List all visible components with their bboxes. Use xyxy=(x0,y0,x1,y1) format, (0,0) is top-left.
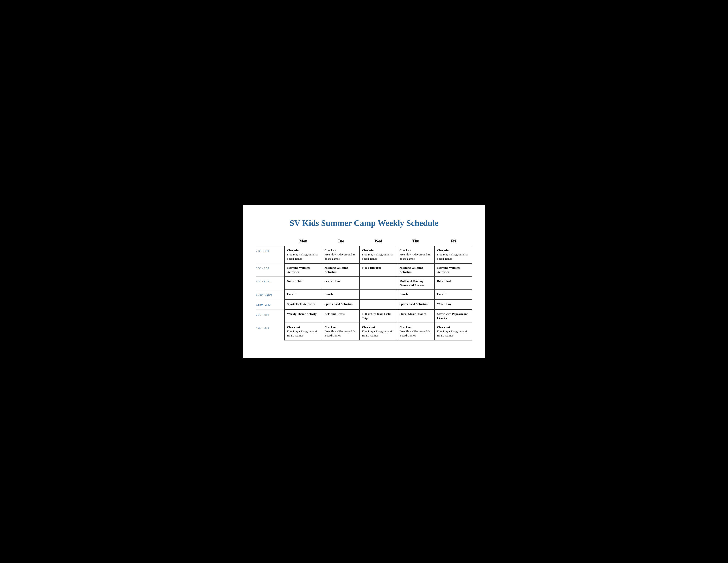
cell-bold-1-2: 9:00 Field Trip xyxy=(362,266,395,270)
cell-bold-0-3: Check-in xyxy=(400,248,432,252)
cell-6-2: Check outFree Play - Playground & Board … xyxy=(360,323,397,340)
cell-bold-6-4: Check out xyxy=(437,325,470,330)
cell-normal-6-1: Free Play - Playground & Board Games xyxy=(325,330,355,337)
slot-row-5: 2:30 - 4:30Weekly Theme ActivityArts and… xyxy=(256,310,472,323)
cell-1-4: Morning Welcome Activities xyxy=(435,263,472,276)
cell-3-4: Lunch xyxy=(435,290,472,300)
cell-1-0: Morning Welcome Activities xyxy=(285,263,322,276)
cell-3-2 xyxy=(360,290,397,300)
cell-2-3: Math and Reading Games and Review xyxy=(397,276,435,290)
schedule-table: Mon Tue Wed Thu Fri 7:30 - 8:30Check-inF… xyxy=(256,239,472,341)
cell-normal-0-4: Free Play - Playground & board games xyxy=(437,253,468,260)
cell-bold-4-0: Sports Field Activities xyxy=(287,302,320,306)
cell-bold-3-4: Lunch xyxy=(437,292,470,296)
day-header-thu: Thu xyxy=(397,239,435,246)
cell-bold-6-1: Check out xyxy=(325,325,357,330)
cell-1-3: Morning Welcome Activities xyxy=(397,263,435,276)
cell-1-2: 9:00 Field Trip xyxy=(360,263,397,276)
slot-row-4: 12:30 - 2:30Sports Field ActivitiesSport… xyxy=(256,300,472,310)
cell-1-1: Morning Welcome Activities xyxy=(322,263,360,276)
cell-normal-0-0: Free Play - Playground & board games xyxy=(287,253,318,260)
cell-normal-0-3: Free Play - Playground & board games xyxy=(400,253,430,260)
cell-normal-6-0: Free Play - Playground & Board Games xyxy=(287,330,318,337)
cell-bold-6-0: Check out xyxy=(287,325,320,330)
slot-row-2: 9:30 - 11:30Nature HikeScience FunMath a… xyxy=(256,276,472,290)
slot-row-0: 7:30 - 8:30Check-inFree Play - Playgroun… xyxy=(256,246,472,263)
cell-6-0: Check outFree Play - Playground & Board … xyxy=(285,323,322,340)
cell-bold-3-3: Lunch xyxy=(400,292,432,296)
cell-4-3: Sports Field Activities xyxy=(397,300,435,310)
cell-4-0: Sports Field Activities xyxy=(285,300,322,310)
cell-0-0: Check-inFree Play - Playground & board g… xyxy=(285,246,322,263)
cell-bold-4-3: Sports Field Activities xyxy=(400,302,432,306)
cell-2-4: Bible Blast xyxy=(435,276,472,290)
cell-normal-0-2: Free Play - Playground & board games xyxy=(362,253,393,260)
cell-bold-3-0: Lunch xyxy=(287,292,320,296)
time-label-5: 2:30 - 4:30 xyxy=(256,310,285,323)
cell-bold-5-3: Skits / Music / Dance xyxy=(400,312,432,316)
page: SV Kids Summer Camp Weekly Schedule Mon … xyxy=(243,205,485,358)
cell-bold-5-1: Arts and Crafts xyxy=(325,312,357,316)
cell-bold-0-0: Check-in xyxy=(287,248,320,252)
slot-row-1: 8:30 - 9:30Morning Welcome ActivitiesMor… xyxy=(256,263,472,276)
cell-0-1: Check-inFree Play - Playground & board g… xyxy=(322,246,360,263)
day-header-wed: Wed xyxy=(360,239,397,246)
cell-bold-0-2: Check-in xyxy=(362,248,395,252)
day-header-mon: Mon xyxy=(285,239,322,246)
cell-3-3: Lunch xyxy=(397,290,435,300)
cell-bold-4-1: Sports Field Activities xyxy=(325,302,357,306)
cell-0-3: Check-inFree Play - Playground & board g… xyxy=(397,246,435,263)
cell-bold-1-4: Morning Welcome Activities xyxy=(437,266,470,274)
cell-4-2 xyxy=(360,300,397,310)
time-label-3: 11:30 - 12:30 xyxy=(256,290,285,300)
cell-bold-1-1: Morning Welcome Activities xyxy=(325,266,357,274)
day-header-fri: Fri xyxy=(435,239,472,246)
cell-0-4: Check-inFree Play - Playground & board g… xyxy=(435,246,472,263)
cell-bold-4-4: Water Play xyxy=(437,302,470,306)
cell-bold-2-0: Nature Hike xyxy=(287,279,320,283)
cell-bold-6-2: Check out xyxy=(362,325,395,330)
cell-4-1: Sports Field Activities xyxy=(322,300,360,310)
time-label-2: 9:30 - 11:30 xyxy=(256,276,285,290)
cell-6-3: Check outFree Play - Playground & Board … xyxy=(397,323,435,340)
cell-3-0: Lunch xyxy=(285,290,322,300)
day-header-tue: Tue xyxy=(322,239,360,246)
cell-bold-5-0: Weekly Theme Activity xyxy=(287,312,320,316)
slot-row-6: 4:30 - 5:30Check outFree Play - Playgrou… xyxy=(256,323,472,340)
cell-2-1: Science Fun xyxy=(322,276,360,290)
cell-bold-0-1: Check-in xyxy=(325,248,357,252)
time-label-6: 4:30 - 5:30 xyxy=(256,323,285,340)
cell-2-2 xyxy=(360,276,397,290)
cell-normal-6-4: Free Play - Playground & Board Games xyxy=(437,330,468,337)
time-label-0: 7:30 - 8:30 xyxy=(256,246,285,263)
cell-bold-2-4: Bible Blast xyxy=(437,279,470,283)
cell-5-2: 4:00 return from Field Trip xyxy=(360,310,397,323)
time-label-4: 12:30 - 2:30 xyxy=(256,300,285,310)
page-title: SV Kids Summer Camp Weekly Schedule xyxy=(256,218,472,228)
cell-5-1: Arts and Crafts xyxy=(322,310,360,323)
cell-bold-5-4: Movie with Popcorn and Licorice xyxy=(437,312,470,321)
time-header-spacer xyxy=(256,239,285,246)
time-label-1: 8:30 - 9:30 xyxy=(256,263,285,276)
cell-bold-0-4: Check-in xyxy=(437,248,470,252)
cell-normal-6-2: Free Play - Playground & Board Games xyxy=(362,330,393,337)
cell-bold-5-2: 4:00 return from Field Trip xyxy=(362,312,395,321)
cell-bold-1-0: Morning Welcome Activities xyxy=(287,266,320,274)
cell-2-0: Nature Hike xyxy=(285,276,322,290)
cell-bold-3-1: Lunch xyxy=(325,292,357,296)
cell-normal-0-1: Free Play - Playground & board games xyxy=(325,253,355,260)
cell-normal-6-3: Free Play - Playground & Board Games xyxy=(400,330,430,337)
slot-row-3: 11:30 - 12:30LunchLunchLunchLunch xyxy=(256,290,472,300)
cell-0-2: Check-inFree Play - Playground & board g… xyxy=(360,246,397,263)
cell-5-0: Weekly Theme Activity xyxy=(285,310,322,323)
header-row: Mon Tue Wed Thu Fri xyxy=(256,239,472,246)
cell-6-1: Check outFree Play - Playground & Board … xyxy=(322,323,360,340)
cell-bold-6-3: Check out xyxy=(400,325,432,330)
cell-bold-2-3: Math and Reading Games and Review xyxy=(400,279,432,288)
cell-5-3: Skits / Music / Dance xyxy=(397,310,435,323)
cell-5-4: Movie with Popcorn and Licorice xyxy=(435,310,472,323)
cell-bold-2-1: Science Fun xyxy=(325,279,357,283)
cell-bold-1-3: Morning Welcome Activities xyxy=(400,266,432,274)
cell-6-4: Check outFree Play - Playground & Board … xyxy=(435,323,472,340)
cell-3-1: Lunch xyxy=(322,290,360,300)
